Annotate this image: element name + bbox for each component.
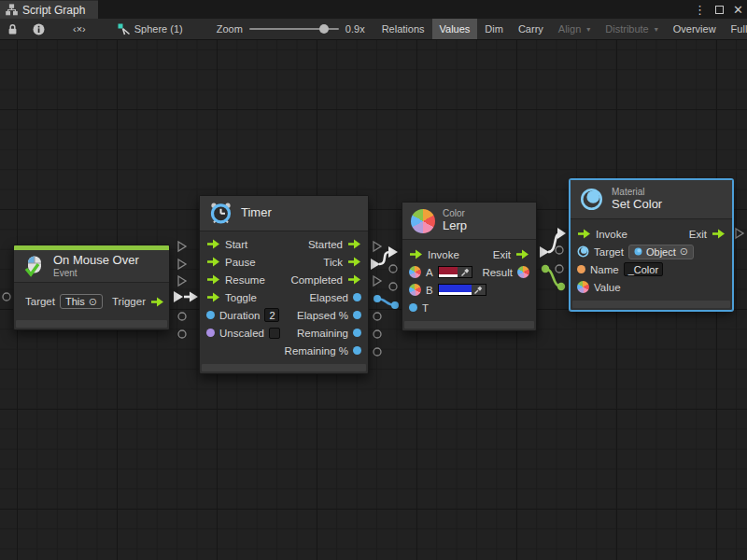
wire-elapsed-to-t[interactable]: [374, 295, 399, 309]
invoke-label: Invoke: [596, 229, 627, 240]
duration-label: Duration: [219, 310, 260, 321]
invoke-flow-port[interactable]: [409, 249, 423, 259]
graph-canvas[interactable]: On Mouse Over Event Target This ⊙ Trigge…: [0, 40, 747, 560]
target-this-pill[interactable]: This ⊙: [60, 294, 103, 309]
fullscreen-button[interactable]: Full Scre: [724, 19, 747, 39]
a-color-port[interactable]: [409, 266, 421, 278]
node-on-mouse-over[interactable]: On Mouse Over Event Target This ⊙ Trigge…: [13, 245, 170, 330]
graph-pointer-icon: [118, 23, 131, 35]
target-label: Target: [594, 246, 624, 258]
port-timer-resume-in[interactable]: [178, 276, 186, 286]
lock-button[interactable]: [0, 19, 25, 39]
color-b-swatch[interactable]: [438, 284, 486, 296]
timer-icon: [208, 201, 233, 226]
node-footer: [16, 320, 167, 328]
node-title: On Mouse Over: [53, 254, 139, 268]
port-setcolor-name-in[interactable]: [556, 265, 563, 273]
target-object-pill[interactable]: Object ⊙: [628, 245, 694, 259]
carry-button[interactable]: Carry: [511, 19, 551, 39]
name-input[interactable]: _Color: [624, 262, 663, 276]
port-setcolor-exit-out[interactable]: [736, 229, 743, 238]
node-title: Lerp: [443, 219, 467, 233]
align-button[interactable]: Align ▾: [551, 19, 598, 39]
wire-result-to-value[interactable]: [542, 265, 565, 290]
mouse-over-icon: [22, 255, 46, 278]
zoom-slider-knob[interactable]: [319, 24, 329, 34]
resume-label: Resume: [225, 274, 265, 286]
unscaled-checkbox[interactable]: [269, 328, 280, 339]
a-label: A: [426, 267, 433, 278]
port-timer-completed-out[interactable]: [374, 276, 381, 286]
port-lerp-b-in[interactable]: [389, 283, 397, 290]
value-color-port[interactable]: [577, 281, 589, 293]
elapsed-pct-value-port[interactable]: [353, 311, 361, 319]
overview-button[interactable]: Overview: [666, 19, 724, 39]
wire-trigger-to-toggle[interactable]: [174, 291, 198, 302]
object-picker-icon[interactable]: ⊙: [89, 297, 97, 307]
port-setcolor-target-in[interactable]: [556, 246, 563, 254]
tab-script-graph[interactable]: Script Graph: [0, 0, 98, 19]
eyedropper-icon[interactable]: [458, 267, 472, 277]
node-color-lerp[interactable]: Color Lerp Invoke Exit A: [402, 202, 537, 331]
name-value-port[interactable]: [577, 265, 585, 273]
zoom-slider[interactable]: [249, 28, 339, 30]
port-timer-remaining-pct-out[interactable]: [374, 348, 381, 356]
distribute-button[interactable]: Distribute ▾: [598, 19, 665, 39]
t-value-port[interactable]: [409, 303, 417, 312]
port-omo-target-in[interactable]: [3, 293, 10, 301]
graph-context[interactable]: Sphere (1): [106, 19, 190, 39]
object-picker-icon[interactable]: ⊙: [680, 246, 688, 257]
graph-icon: [6, 4, 18, 16]
trigger-flow-port[interactable]: [150, 297, 164, 307]
port-timer-elapsed-pct-out[interactable]: [374, 313, 381, 320]
tick-flow-port[interactable]: [347, 257, 361, 267]
unscaled-value-port[interactable]: [206, 329, 215, 337]
maximize-icon: [715, 6, 724, 14]
target-sphere-port[interactable]: [577, 245, 589, 258]
result-label: Result: [482, 267, 513, 278]
port-timer-pause-in[interactable]: [178, 259, 186, 269]
pause-label: Pause: [225, 257, 256, 268]
elapsed-pct-label: Elapsed %: [297, 310, 348, 321]
eyedropper-icon[interactable]: [472, 285, 486, 295]
completed-label: Completed: [290, 274, 343, 286]
info-button[interactable]: [25, 19, 52, 39]
dim-button[interactable]: Dim: [477, 19, 511, 39]
color-a-swatch[interactable]: [438, 266, 473, 278]
port-timer-duration-in[interactable]: [178, 313, 186, 320]
window-menu-button[interactable]: ⋮: [694, 4, 706, 16]
started-flow-port[interactable]: [347, 239, 361, 249]
window-maximize-button[interactable]: [715, 6, 724, 14]
b-color-port[interactable]: [409, 284, 421, 296]
info-icon: [33, 23, 45, 35]
result-color-port[interactable]: [517, 266, 529, 278]
port-timer-started-out[interactable]: [374, 242, 381, 251]
pause-flow-port[interactable]: [206, 257, 220, 267]
invoke-label: Invoke: [428, 249, 459, 260]
exit-flow-port[interactable]: [712, 229, 726, 239]
node-timer[interactable]: Timer Start Started Pause Tick: [199, 195, 369, 374]
color-wheel-icon: [411, 209, 435, 233]
edit-graph-button[interactable]: ‹×›: [52, 19, 106, 39]
remaining-value-port[interactable]: [353, 329, 361, 337]
invoke-flow-port[interactable]: [577, 229, 591, 239]
material-icon: [579, 187, 604, 212]
relations-button[interactable]: Relations: [374, 19, 432, 39]
port-timer-unscaled-in[interactable]: [178, 330, 186, 338]
port-lerp-a-in[interactable]: [389, 265, 397, 273]
resume-flow-port[interactable]: [206, 274, 220, 285]
start-flow-port[interactable]: [206, 239, 220, 249]
port-timer-remaining-out[interactable]: [374, 330, 381, 338]
toggle-flow-port[interactable]: [206, 292, 220, 302]
remaining-pct-value-port[interactable]: [353, 346, 361, 355]
duration-value-port[interactable]: [206, 311, 215, 319]
values-button[interactable]: Values: [432, 19, 478, 39]
port-timer-start-in[interactable]: [178, 242, 186, 251]
window-close-button[interactable]: ✕: [733, 4, 743, 16]
exit-flow-port[interactable]: [515, 249, 529, 259]
elapsed-value-port[interactable]: [353, 293, 361, 301]
duration-input[interactable]: 2: [264, 308, 279, 322]
graph-toolbar: ‹×› Sphere (1) Zoom 0.9x Relations Value…: [0, 19, 747, 40]
completed-flow-port[interactable]: [347, 274, 361, 285]
node-set-color[interactable]: Material Set Color Invoke Exit Target: [570, 179, 733, 311]
